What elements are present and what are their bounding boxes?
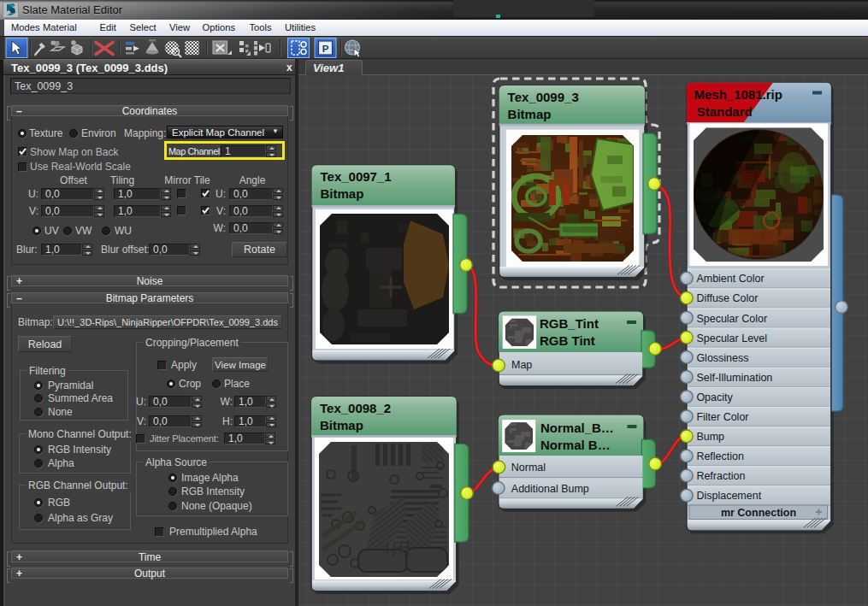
- svg-text:Specular Color: Specular Color: [696, 313, 767, 325]
- svg-text:Normal_B…: Normal_B…: [540, 421, 614, 435]
- svg-text:Refraction: Refraction: [696, 470, 745, 482]
- svg-text:Normal: Normal: [511, 462, 546, 474]
- svg-text:Displacement: Displacement: [696, 490, 761, 502]
- svg-text:Additional Bump: Additional Bump: [511, 483, 589, 495]
- svg-text:Specular Level: Specular Level: [696, 332, 767, 344]
- svg-text:Filter Color: Filter Color: [696, 411, 748, 423]
- svg-text:mr Connection: mr Connection: [721, 507, 796, 519]
- svg-text:Standard: Standard: [697, 104, 753, 119]
- svg-text:Map: Map: [511, 359, 532, 371]
- svg-text:RGB Tint: RGB Tint: [540, 333, 595, 348]
- svg-text:Bitmap: Bitmap: [321, 186, 364, 201]
- svg-text:Tex_0097_1: Tex_0097_1: [321, 169, 392, 184]
- svg-text:Normal B…: Normal B…: [540, 438, 611, 452]
- svg-text:P: P: [322, 44, 329, 54]
- svg-text:Diffuse Color: Diffuse Color: [696, 292, 758, 304]
- svg-text:Mesh_1081.rip: Mesh_1081.rip: [694, 87, 782, 102]
- svg-text:Reflection: Reflection: [696, 450, 744, 462]
- svg-text:Self-Illumination: Self-Illumination: [696, 372, 772, 384]
- svg-text:Bitmap: Bitmap: [320, 418, 363, 432]
- svg-text:Bitmap: Bitmap: [508, 107, 552, 121]
- svg-text:Opacity: Opacity: [696, 391, 733, 403]
- svg-text:Ambient Color: Ambient Color: [696, 273, 764, 285]
- svg-text:Glossiness: Glossiness: [696, 352, 748, 364]
- svg-text:Bump: Bump: [696, 431, 724, 443]
- svg-text:RGB_Tint: RGB_Tint: [540, 316, 599, 331]
- svg-text:Tex_0099_3: Tex_0099_3: [508, 90, 579, 104]
- svg-text:Tex_0098_2: Tex_0098_2: [320, 401, 391, 415]
